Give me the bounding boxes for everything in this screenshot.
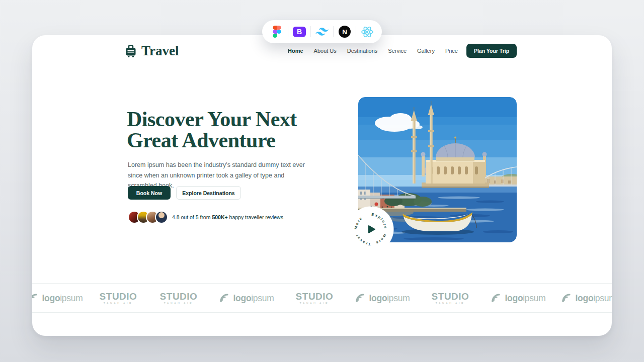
bootstrap-icon: B [288,24,310,39]
logo-strip: logoipsum STUDIOTANAH AIR STUDIOTANAH AI… [32,283,612,313]
logo-studio: STUDIOTANAH AIR [432,291,469,305]
play-video-badge[interactable]: Explore More Travel More [351,210,390,249]
hero-title-line1: Discover Your Next [127,108,297,131]
rating-text: 4.8 out of 5 from 500K+ happy traveller … [172,214,283,220]
book-now-button[interactable]: Book Now [128,186,171,200]
signal-icon [561,293,572,303]
logo-logoipsum: logoipsum [355,293,410,303]
nav-item-service[interactable]: Service [388,48,407,54]
page: Travel Home About Us Destinations Servic… [0,0,644,362]
avatar-group [128,211,164,224]
tailwind-icon [311,24,333,39]
logo-logoipsum: logoipsum [219,293,274,303]
nextjs-icon: N [334,24,356,39]
plan-trip-button[interactable]: Plan Your Trip [466,44,517,58]
main-nav: Home About Us Destinations Service Galle… [288,48,458,54]
nav-item-about[interactable]: About Us [314,48,337,54]
rating-highlight: 500K+ [212,214,227,220]
play-icon [368,225,376,234]
hero-title: Discover Your Next Great Adventure [127,109,343,151]
hero-buttons: Book Now Explore Destinations [128,186,241,200]
explore-destinations-button[interactable]: Explore Destinations [176,186,241,200]
hero-title-line2: Great Adventure [127,129,275,152]
signal-icon [32,293,38,303]
logo-logoipsum: logoipsum [491,293,546,303]
signal-icon [491,293,501,303]
nav-item-destinations[interactable]: Destinations [347,48,378,54]
logo-studio: STUDIOTANAH AIR [160,291,198,305]
avatar [155,211,168,224]
tech-stack-pill: B N [262,20,382,43]
hero-image: Explore More Travel More [358,97,517,242]
logo-studio: STUDIOTANAH AIR [100,291,137,305]
nav-item-gallery[interactable]: Gallery [417,48,435,54]
figma-icon [266,24,288,39]
react-icon [356,24,378,39]
signal-icon [219,293,229,303]
signal-icon [355,293,365,303]
nav-item-home[interactable]: Home [288,48,303,54]
reviews-row: 4.8 out of 5 from 500K+ happy traveller … [128,211,283,224]
logo-logoipsum: logoipsum [561,293,612,303]
suitcase-icon [125,45,137,58]
brand-logo[interactable]: Travel [125,43,179,59]
svg-text:B: B [297,28,302,36]
brand-name: Travel [141,43,179,59]
svg-text:N: N [342,28,347,36]
logo-logoipsum: logoipsum [32,293,83,303]
main-card: Travel Home About Us Destinations Servic… [32,35,612,336]
logo-studio: STUDIOTANAH AIR [296,291,334,305]
nav-item-price[interactable]: Price [445,48,458,54]
